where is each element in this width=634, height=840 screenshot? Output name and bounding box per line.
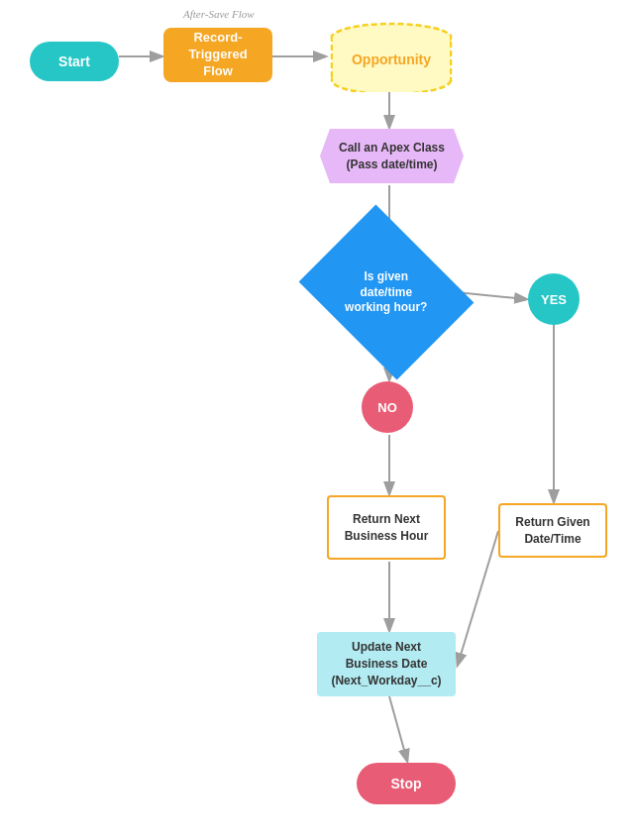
decision-node: Is given date/time working hour? — [299, 205, 475, 380]
return-next-node: Return Next Business Hour — [327, 495, 446, 560]
no-node: NO — [362, 381, 413, 433]
flowchart-diagram: After-Save Flow Start Record- Triggered … — [0, 0, 634, 840]
record-triggered-label: Record- Triggered Flow — [188, 30, 247, 80]
decision-label: Is given date/time working hour? — [337, 269, 436, 316]
stop-node: Stop — [357, 763, 456, 804]
start-node: Start — [30, 42, 119, 81]
update-label: Update Next Business Date (Next_Workday_… — [331, 639, 441, 688]
update-node: Update Next Business Date (Next_Workday_… — [317, 632, 456, 696]
connectors-svg — [0, 0, 634, 840]
yes-node: YES — [528, 273, 580, 325]
flow-label: After-Save Flow — [183, 8, 255, 20]
return-next-label: Return Next Business Hour — [345, 511, 429, 545]
record-triggered-node: Record- Triggered Flow — [163, 28, 272, 82]
opportunity-svg: Opportunity — [327, 18, 456, 92]
svg-line-9 — [458, 531, 498, 665]
return-given-label: Return Given Date/Time — [515, 514, 589, 548]
opportunity-node: Opportunity — [327, 18, 456, 92]
apex-label: Call an Apex Class (Pass date/time) — [339, 140, 445, 173]
svg-text:Opportunity: Opportunity — [352, 52, 431, 67]
return-given-node: Return Given Date/Time — [498, 503, 607, 558]
apex-node: Call an Apex Class (Pass date/time) — [320, 129, 464, 183]
svg-line-10 — [389, 696, 407, 761]
